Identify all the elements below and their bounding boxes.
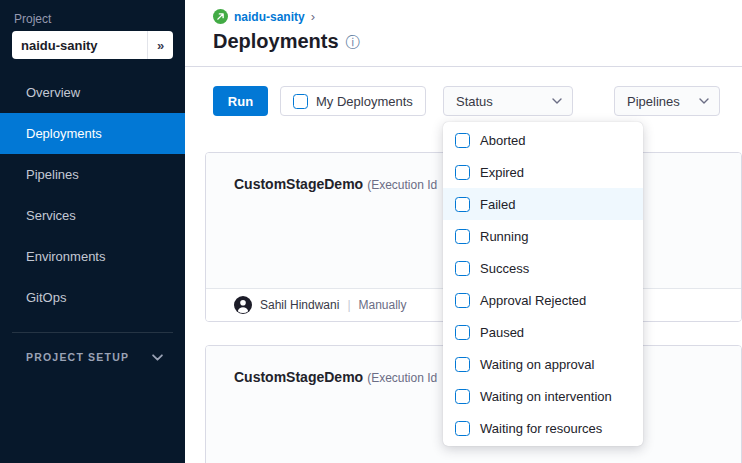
pipeline-name: CustomStageDemo (234, 176, 363, 192)
sidebar-nav: Overview Deployments Pipelines Services … (0, 72, 185, 318)
status-option-expired[interactable]: Expired (443, 156, 643, 188)
project-label: Project (14, 12, 51, 26)
checkbox-icon[interactable] (455, 357, 470, 372)
header-divider (185, 66, 742, 67)
checkbox-icon[interactable] (455, 229, 470, 244)
chevron-down-icon (699, 98, 709, 104)
checkbox-icon[interactable] (455, 133, 470, 148)
author-name: Sahil Hindwani (260, 298, 339, 312)
pipelines-filter-dropdown[interactable]: Pipelines (614, 86, 720, 116)
checkbox-icon[interactable] (455, 261, 470, 276)
status-option-label: Aborted (480, 133, 526, 148)
project-setup-toggle[interactable]: PROJECT SETUP (26, 344, 163, 370)
checkbox-icon[interactable] (455, 421, 470, 436)
project-sidebar: Project naidu-sanity » Overview Deployme… (0, 0, 185, 463)
trigger-type: Manually (359, 298, 407, 312)
chevron-down-icon (152, 354, 163, 361)
status-option-waiting-on-intervention[interactable]: Waiting on intervention (443, 380, 643, 412)
status-filter-dropdown[interactable]: Status (443, 86, 573, 116)
execution-id-text: (Execution Id (367, 371, 437, 385)
page-title-row: Deployments ⓘ (213, 30, 360, 53)
pipeline-name: CustomStageDemo (234, 369, 363, 385)
main-content: naidu-sanity › Deployments ⓘ Run My Depl… (185, 0, 742, 463)
expand-sidebar-icon[interactable]: » (147, 31, 173, 59)
sidebar-item-label: Overview (26, 85, 80, 100)
my-deployments-filter[interactable]: My Deployments (280, 86, 426, 116)
status-option-label: Waiting on intervention (480, 389, 612, 404)
user-avatar-icon (234, 296, 252, 314)
status-option-label: Success (480, 261, 529, 276)
sidebar-item-label: Services (26, 208, 76, 223)
status-option-label: Failed (480, 197, 515, 212)
status-option-running[interactable]: Running (443, 220, 643, 252)
status-option-label: Waiting on approval (480, 357, 594, 372)
checkbox-icon[interactable] (455, 197, 470, 212)
project-name-text: naidu-sanity (12, 38, 147, 53)
checkbox-icon[interactable] (293, 94, 308, 109)
status-option-label: Waiting for resources (480, 421, 602, 436)
pipelines-filter-label: Pipelines (627, 94, 680, 109)
checkbox-icon[interactable] (455, 325, 470, 340)
status-option-waiting-for-resources[interactable]: Waiting for resources (443, 412, 643, 444)
sidebar-divider (12, 332, 173, 333)
breadcrumb-project-link[interactable]: naidu-sanity (234, 10, 305, 24)
status-option-aborted[interactable]: Aborted (443, 124, 643, 156)
sidebar-item-overview[interactable]: Overview (0, 72, 185, 113)
status-filter-label: Status (456, 94, 493, 109)
execution-id-text: (Execution Id (367, 178, 437, 192)
status-option-label: Expired (480, 165, 524, 180)
sidebar-item-pipelines[interactable]: Pipelines (0, 154, 185, 195)
checkbox-icon[interactable] (455, 389, 470, 404)
sidebar-item-deployments[interactable]: Deployments (0, 113, 185, 154)
run-button[interactable]: Run (213, 86, 268, 116)
chevron-right-icon: › (311, 9, 315, 24)
status-dropdown-menu: Aborted Expired Failed Running Success A… (443, 122, 643, 446)
checkbox-icon[interactable] (455, 165, 470, 180)
sidebar-item-label: Deployments (26, 126, 102, 141)
status-option-success[interactable]: Success (443, 252, 643, 284)
info-icon[interactable]: ⓘ (346, 35, 360, 49)
sidebar-item-services[interactable]: Services (0, 195, 185, 236)
status-option-waiting-on-approval[interactable]: Waiting on approval (443, 348, 643, 380)
project-setup-label: PROJECT SETUP (26, 351, 129, 363)
my-deployments-label: My Deployments (316, 94, 413, 109)
page-title: Deployments (213, 30, 339, 53)
status-option-failed[interactable]: Failed (443, 188, 643, 220)
separator: | (347, 298, 350, 312)
sidebar-item-gitops[interactable]: GitOps (0, 277, 185, 318)
status-option-approval-rejected[interactable]: Approval Rejected (443, 284, 643, 316)
breadcrumb: naidu-sanity › (213, 9, 315, 24)
sidebar-item-label: GitOps (26, 290, 66, 305)
status-option-label: Approval Rejected (480, 293, 586, 308)
sidebar-item-label: Environments (26, 249, 105, 264)
status-option-paused[interactable]: Paused (443, 316, 643, 348)
chevron-down-icon (552, 98, 562, 104)
project-selector[interactable]: naidu-sanity » (12, 31, 173, 59)
sidebar-item-environments[interactable]: Environments (0, 236, 185, 277)
sidebar-item-label: Pipelines (26, 167, 79, 182)
status-option-label: Running (480, 229, 528, 244)
checkbox-icon[interactable] (455, 293, 470, 308)
status-option-label: Paused (480, 325, 524, 340)
cd-module-icon (213, 9, 228, 24)
